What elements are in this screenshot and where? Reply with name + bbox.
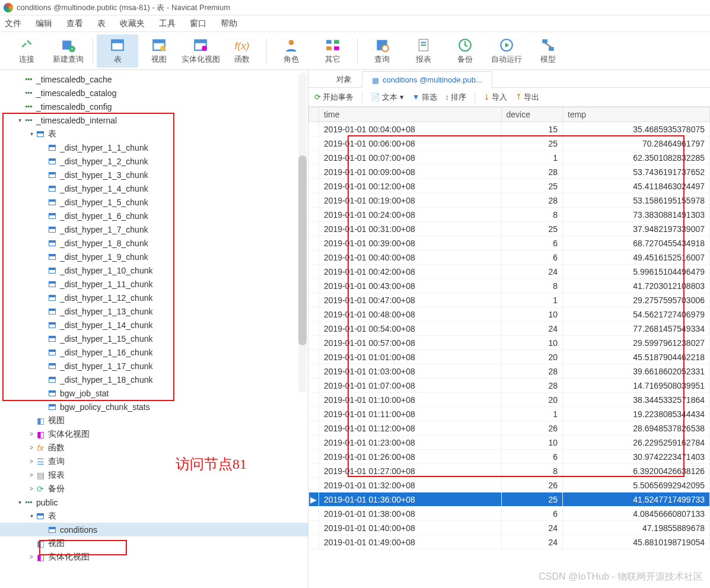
table-row[interactable]: 2019-01-01 00:12:00+082545.4118463024497 bbox=[309, 179, 710, 193]
col-time[interactable]: time bbox=[319, 107, 502, 122]
menu-tools[interactable]: 工具 bbox=[159, 18, 176, 29]
table-row[interactable]: 2019-01-01 00:24:00+08873.3830881491303 bbox=[309, 208, 710, 222]
table-row[interactable]: 2019-01-01 01:27:00+0886.39200426638126 bbox=[309, 464, 710, 478]
import-button[interactable]: ⤓导入 bbox=[483, 92, 507, 103]
menu-edit[interactable]: 编辑 bbox=[36, 18, 52, 29]
tree-schema-public[interactable]: ▾public bbox=[0, 495, 308, 509]
text-mode-button[interactable]: 📄文本 ▾ bbox=[371, 92, 404, 103]
table-row[interactable]: 2019-01-01 01:23:00+081026.2295259162784 bbox=[309, 436, 710, 450]
tree-internal-实体化视图[interactable]: >◧实体化视图 bbox=[0, 427, 308, 441]
toolbar-connect-button[interactable]: 连接 bbox=[6, 34, 47, 68]
toolbar-function-button[interactable]: f(x)函数 bbox=[221, 34, 263, 68]
tab-objects[interactable]: 对象 bbox=[326, 71, 362, 87]
tree-table-_dist_hyper_1_16_chunk[interactable]: _dist_hyper_1_16_chunk bbox=[0, 345, 308, 359]
table-row[interactable]: 2019-01-01 00:40:00+08649.4516152516007 bbox=[309, 250, 710, 265]
table-row[interactable]: 2019-01-01 00:09:00+082853.7436191737652 bbox=[309, 165, 710, 179]
toolbar-backup-button[interactable]: 备份 bbox=[444, 34, 486, 68]
tree-table-_dist_hyper_1_6_chunk[interactable]: _dist_hyper_1_6_chunk bbox=[0, 209, 308, 223]
tree-schema-_timescaledb_catalog[interactable]: _timescaledb_catalog bbox=[0, 86, 308, 100]
toolbar-report-button[interactable]: 报表 bbox=[403, 34, 444, 68]
tab-conditions[interactable]: ▦conditions @multinode.pub... bbox=[362, 71, 492, 88]
table-row[interactable]: 2019-01-01 00:19:00+082853.1586195155978 bbox=[309, 193, 710, 208]
toolbar-table-button[interactable]: 表 bbox=[97, 34, 138, 68]
toolbar-model-button[interactable]: 模型 bbox=[527, 34, 569, 68]
table-row[interactable]: 2019-01-01 00:04:00+081535.4685935378075 bbox=[309, 122, 710, 136]
tree-internal-tables[interactable]: ▾表 bbox=[0, 127, 308, 141]
menu-file[interactable]: 文件 bbox=[5, 18, 21, 29]
table-row[interactable]: 2019-01-01 00:57:00+081029.5997961238027 bbox=[309, 336, 710, 350]
tree-table-bgw_policy_chunk_stats[interactable]: bgw_policy_chunk_stats bbox=[0, 400, 308, 414]
tree-table-_dist_hyper_1_13_chunk[interactable]: _dist_hyper_1_13_chunk bbox=[0, 304, 308, 318]
table-row[interactable]: 2019-01-01 00:54:00+082477.2681457549334 bbox=[309, 322, 710, 336]
table-row[interactable]: 2019-01-01 01:49:00+082445.8810198719054 bbox=[309, 535, 710, 549]
sidebar-scrollbar[interactable] bbox=[298, 72, 307, 393]
tree-table-_dist_hyper_1_11_chunk[interactable]: _dist_hyper_1_11_chunk bbox=[0, 277, 308, 291]
table-row[interactable]: 2019-01-01 00:06:00+082570.28464961797 bbox=[309, 136, 710, 151]
table-row[interactable]: 2019-01-01 01:10:00+082038.3445332571864 bbox=[309, 393, 710, 407]
toolbar-matview-button[interactable]: 实体化视图 bbox=[180, 34, 221, 68]
data-grid[interactable]: timedevicetemp2019-01-01 00:04:00+081535… bbox=[308, 107, 710, 588]
tree-internal-视图[interactable]: ◧视图 bbox=[0, 414, 308, 427]
tree-schema-_timescaledb_config[interactable]: _timescaledb_config bbox=[0, 100, 308, 113]
tree-schema-internal[interactable]: ▾_timescaledb_internal bbox=[0, 113, 308, 127]
begin-transaction-button[interactable]: ⟳开始事务 bbox=[314, 92, 354, 103]
tree-table-_dist_hyper_1_8_chunk[interactable]: _dist_hyper_1_8_chunk bbox=[0, 236, 308, 250]
toolbar-autorun-button[interactable]: 自动运行 bbox=[486, 34, 527, 68]
col-device[interactable]: device bbox=[501, 107, 563, 122]
table-row[interactable]: 2019-01-01 01:40:00+082447.19855889678 bbox=[309, 521, 710, 535]
table-row[interactable]: 2019-01-01 00:42:00+08245.99615104496479 bbox=[309, 265, 710, 279]
tree-internal-报表[interactable]: >▤报表 bbox=[0, 468, 308, 482]
tree-table-bgw_job_stat[interactable]: bgw_job_stat bbox=[0, 386, 308, 400]
menu-view[interactable]: 查看 bbox=[66, 18, 83, 29]
tree-table-_dist_hyper_1_17_chunk[interactable]: _dist_hyper_1_17_chunk bbox=[0, 359, 308, 373]
table-row[interactable]: 2019-01-01 00:48:00+081054.5621727406979 bbox=[309, 307, 710, 322]
tree-table-_dist_hyper_1_10_chunk[interactable]: _dist_hyper_1_10_chunk bbox=[0, 263, 308, 277]
toolbar-role-button[interactable]: 角色 bbox=[270, 34, 312, 68]
tree-table-_dist_hyper_1_3_chunk[interactable]: _dist_hyper_1_3_chunk bbox=[0, 168, 308, 182]
menu-table[interactable]: 表 bbox=[97, 18, 106, 29]
table-row[interactable]: ▶2019-01-01 01:36:00+082541.524771749973… bbox=[309, 492, 710, 507]
tree-internal-函数[interactable]: >fx函数 bbox=[0, 441, 308, 454]
menu-help[interactable]: 帮助 bbox=[221, 18, 237, 29]
table-row[interactable]: 2019-01-01 01:12:00+082628.6948537826538 bbox=[309, 421, 710, 436]
table-row[interactable]: 2019-01-01 01:32:00+08265.50656992942095 bbox=[309, 478, 710, 492]
tree-table-_dist_hyper_1_14_chunk[interactable]: _dist_hyper_1_14_chunk bbox=[0, 318, 308, 332]
table-row[interactable]: 2019-01-01 01:03:00+082839.6618602052331 bbox=[309, 364, 710, 379]
table-row[interactable]: 2019-01-01 01:38:00+0864.08456660807133 bbox=[309, 507, 710, 521]
tree-table-_dist_hyper_1_15_chunk[interactable]: _dist_hyper_1_15_chunk bbox=[0, 332, 308, 345]
col-temp[interactable]: temp bbox=[563, 107, 710, 122]
tree-table-conditions[interactable]: conditions bbox=[0, 523, 308, 536]
table-row[interactable]: 2019-01-01 00:31:00+082537.9482197339007 bbox=[309, 222, 710, 236]
tree-table-_dist_hyper_1_5_chunk[interactable]: _dist_hyper_1_5_chunk bbox=[0, 195, 308, 209]
menu-favorites[interactable]: 收藏夹 bbox=[120, 18, 145, 29]
toolbar-newquery-button[interactable]: +新建查询 bbox=[47, 34, 89, 68]
table-row[interactable]: 2019-01-01 00:47:00+08129.2757595703006 bbox=[309, 293, 710, 307]
toolbar-other-button[interactable]: 其它 bbox=[312, 34, 354, 68]
filter-button[interactable]: ▼筛选 bbox=[412, 92, 437, 103]
table-row[interactable]: 2019-01-01 00:43:00+08841.7203012108803 bbox=[309, 279, 710, 293]
tree-internal-查询[interactable]: >☰查询 bbox=[0, 454, 308, 468]
toolbar-view-button[interactable]: 视图 bbox=[138, 34, 180, 68]
tree-table-_dist_hyper_1_7_chunk[interactable]: _dist_hyper_1_7_chunk bbox=[0, 223, 308, 236]
table-row[interactable]: 2019-01-01 00:39:00+08668.7270455434918 bbox=[309, 236, 710, 250]
tree-table-_dist_hyper_1_4_chunk[interactable]: _dist_hyper_1_4_chunk bbox=[0, 182, 308, 195]
tree-table-_dist_hyper_1_18_chunk[interactable]: _dist_hyper_1_18_chunk bbox=[0, 373, 308, 386]
sort-button[interactable]: ↕排序 bbox=[445, 92, 467, 103]
table-row[interactable]: 2019-01-01 00:07:00+08162.3501082832285 bbox=[309, 151, 710, 165]
tree-table-_dist_hyper_1_9_chunk[interactable]: _dist_hyper_1_9_chunk bbox=[0, 250, 308, 263]
table-row[interactable]: 2019-01-01 01:26:00+08630.9742223471403 bbox=[309, 450, 710, 464]
tree-table-_dist_hyper_1_12_chunk[interactable]: _dist_hyper_1_12_chunk bbox=[0, 291, 308, 304]
table-row[interactable]: 2019-01-01 01:01:00+082045.5187904462218 bbox=[309, 350, 710, 364]
menu-window[interactable]: 窗口 bbox=[190, 18, 206, 29]
table-row[interactable]: 2019-01-01 01:07:00+082814.7169508039951 bbox=[309, 379, 710, 393]
tree-table-_dist_hyper_1_1_chunk[interactable]: _dist_hyper_1_1_chunk bbox=[0, 141, 308, 154]
tree-schema-_timescaledb_cache[interactable]: _timescaledb_cache bbox=[0, 72, 308, 86]
tree-public-实体化视图[interactable]: >◧实体化视图 bbox=[0, 550, 308, 564]
tree-public-tables[interactable]: ▾表 bbox=[0, 509, 308, 523]
tree-table-_dist_hyper_1_2_chunk[interactable]: _dist_hyper_1_2_chunk bbox=[0, 154, 308, 168]
export-button[interactable]: ⤒导出 bbox=[515, 92, 539, 103]
tree-internal-备份[interactable]: >⟳备份 bbox=[0, 482, 308, 495]
tree-public-视图[interactable]: ◧视图 bbox=[0, 536, 308, 550]
table-row[interactable]: 2019-01-01 01:11:00+08119.2238085344434 bbox=[309, 407, 710, 421]
toolbar-query-button[interactable]: 查询 bbox=[361, 34, 403, 68]
